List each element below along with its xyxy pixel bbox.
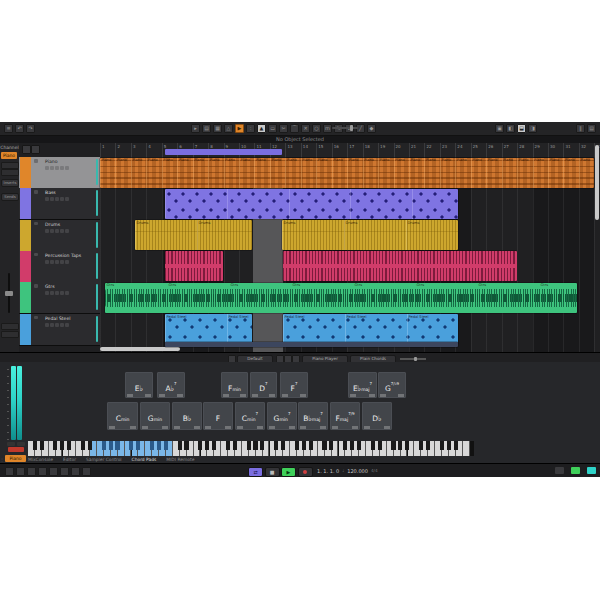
black-key[interactable] bbox=[212, 441, 216, 450]
black-key[interactable] bbox=[109, 441, 113, 450]
black-key[interactable] bbox=[426, 441, 430, 450]
clip-event[interactable] bbox=[165, 189, 458, 219]
grid-icon[interactable]: ▦ bbox=[213, 124, 222, 133]
tab-sampler-control[interactable]: Sampler Control bbox=[86, 457, 122, 462]
transport-left-icon[interactable] bbox=[71, 467, 80, 476]
chord-pad-F7[interactable]: F7 bbox=[280, 372, 308, 398]
tempo-display[interactable]: 120.000 bbox=[347, 467, 368, 475]
divider-icon[interactable]: : bbox=[246, 124, 255, 133]
transport-left-icon[interactable] bbox=[49, 467, 58, 476]
mute-icon[interactable] bbox=[45, 166, 49, 170]
black-key[interactable] bbox=[81, 441, 85, 450]
black-key[interactable] bbox=[253, 441, 257, 450]
undo-icon[interactable]: ↶ bbox=[15, 124, 24, 133]
black-key[interactable] bbox=[67, 441, 71, 450]
solo-icon[interactable] bbox=[50, 260, 54, 264]
chord-pad-A7[interactable]: A♭7 bbox=[157, 372, 185, 398]
chord-pad-Gmin7[interactable]: Gmin7 bbox=[267, 402, 297, 430]
black-key[interactable] bbox=[454, 441, 458, 450]
piano-keyboard[interactable] bbox=[28, 441, 474, 456]
solo-icon[interactable] bbox=[50, 291, 54, 295]
inspector-track-chip[interactable]: Piano bbox=[1, 152, 17, 159]
stop-button[interactable]: ■ bbox=[265, 467, 280, 477]
transport-left-icon[interactable] bbox=[60, 467, 69, 476]
mute-tool-icon[interactable]: m bbox=[323, 124, 332, 133]
black-key[interactable] bbox=[40, 441, 44, 450]
clip-piano[interactable]: PianoPianoPianoPianoPianoPianoPianoPiano… bbox=[100, 158, 594, 188]
record-icon[interactable] bbox=[34, 222, 38, 226]
transport-left-icon[interactable] bbox=[27, 467, 36, 476]
black-key[interactable] bbox=[247, 441, 251, 450]
black-key[interactable] bbox=[233, 441, 237, 450]
right-zone-icon[interactable]: ◨ bbox=[528, 124, 537, 133]
black-key[interactable] bbox=[302, 441, 306, 450]
record-icon[interactable] bbox=[34, 284, 38, 288]
mute-icon[interactable] bbox=[45, 291, 49, 295]
clip-pedal-steel[interactable]: Pedal SteelPedal SteelPedal Steel bbox=[283, 314, 458, 344]
monitor-icon[interactable] bbox=[55, 197, 59, 201]
track-visibility-icon[interactable] bbox=[22, 145, 31, 154]
editors-icon[interactable]: ▤ bbox=[587, 124, 596, 133]
mixconsole-icon[interactable]: ‖ bbox=[576, 124, 585, 133]
black-key[interactable] bbox=[322, 441, 326, 450]
black-key[interactable] bbox=[198, 441, 202, 450]
freeze-icon[interactable] bbox=[65, 166, 69, 170]
solo-icon[interactable] bbox=[50, 229, 54, 233]
glue-tool-icon[interactable]: ⁀ bbox=[290, 124, 299, 133]
transport-left-icon[interactable] bbox=[82, 467, 91, 476]
inspector-inserts-button[interactable]: Inserts bbox=[1, 179, 19, 187]
edit-icon[interactable] bbox=[60, 291, 64, 295]
transport-left-icon[interactable] bbox=[16, 467, 25, 476]
chord-pad-E[interactable]: E♭ bbox=[125, 372, 153, 398]
clip-event[interactable] bbox=[165, 251, 223, 281]
horizontal-scrollbar[interactable] bbox=[100, 347, 180, 351]
clip-gtrs[interactable]: GtrsGtrsGtrsGtrsGtrsGtrsGtrsGtrs bbox=[105, 283, 577, 313]
tab-midi-remote[interactable]: MIDI Remote bbox=[166, 457, 194, 462]
chord-pad-B[interactable]: B♭ bbox=[172, 402, 202, 430]
freeze-icon[interactable] bbox=[65, 197, 69, 201]
track-header-drums[interactable]: Drums bbox=[19, 220, 100, 252]
black-key[interactable] bbox=[419, 441, 423, 450]
solo-icon[interactable] bbox=[50, 197, 54, 201]
zoom-tool-icon[interactable]: ○ bbox=[312, 124, 321, 133]
black-key[interactable] bbox=[115, 441, 119, 450]
black-key[interactable] bbox=[398, 441, 402, 450]
inspector-sends-button[interactable]: Sends bbox=[1, 193, 19, 201]
freeze-icon[interactable] bbox=[65, 229, 69, 233]
chord-pad-D[interactable]: D♭ bbox=[362, 402, 392, 430]
vertical-scrollbar[interactable] bbox=[595, 145, 599, 220]
monitor-icon[interactable] bbox=[55, 323, 59, 327]
mute-icon[interactable] bbox=[45, 323, 49, 327]
transport-left-icon[interactable] bbox=[38, 467, 47, 476]
inspector-field[interactable] bbox=[1, 169, 19, 176]
channel-fader[interactable] bbox=[8, 273, 10, 313]
edit-icon[interactable] bbox=[60, 166, 64, 170]
tab-chord-pads[interactable]: Chord Pads bbox=[132, 457, 157, 462]
metronome-icon[interactable]: △ bbox=[224, 124, 233, 133]
black-key[interactable] bbox=[60, 441, 64, 450]
play-button[interactable]: ▶ bbox=[281, 467, 296, 477]
black-key[interactable] bbox=[343, 441, 347, 450]
record-enable-button[interactable] bbox=[8, 447, 24, 452]
black-key[interactable] bbox=[281, 441, 285, 450]
clip-drums[interactable]: DrumsDrumsDrums bbox=[282, 220, 458, 250]
chord-pad-Bmaj7[interactable]: B♭maj7 bbox=[298, 402, 328, 430]
record-icon[interactable] bbox=[34, 190, 38, 194]
track-header-percussion-taps[interactable]: Percussion Taps bbox=[19, 251, 100, 283]
black-key[interactable] bbox=[129, 441, 133, 450]
color-tool-icon[interactable]: ◆ bbox=[367, 124, 376, 133]
cycle-button[interactable]: ⇄ bbox=[248, 467, 263, 477]
mute-icon[interactable] bbox=[45, 229, 49, 233]
black-key[interactable] bbox=[178, 441, 182, 450]
chord-pad-Fmaj79[interactable]: Fmaj7/9 bbox=[330, 402, 360, 430]
activate-project-icon[interactable]: ▸ bbox=[191, 124, 200, 133]
arrangement-area[interactable]: PianoPianoPianoPianoPianoPianoPianoPiano… bbox=[100, 157, 600, 352]
track-header-bass[interactable]: Bass bbox=[19, 188, 100, 220]
edit-icon[interactable] bbox=[60, 197, 64, 201]
freeze-icon[interactable] bbox=[65, 260, 69, 264]
black-key[interactable] bbox=[295, 441, 299, 450]
black-key[interactable] bbox=[447, 441, 451, 450]
pads-zoom-slider[interactable] bbox=[400, 358, 426, 360]
edit-icon[interactable] bbox=[60, 229, 64, 233]
left-zone-icon[interactable]: ◧ bbox=[506, 124, 515, 133]
